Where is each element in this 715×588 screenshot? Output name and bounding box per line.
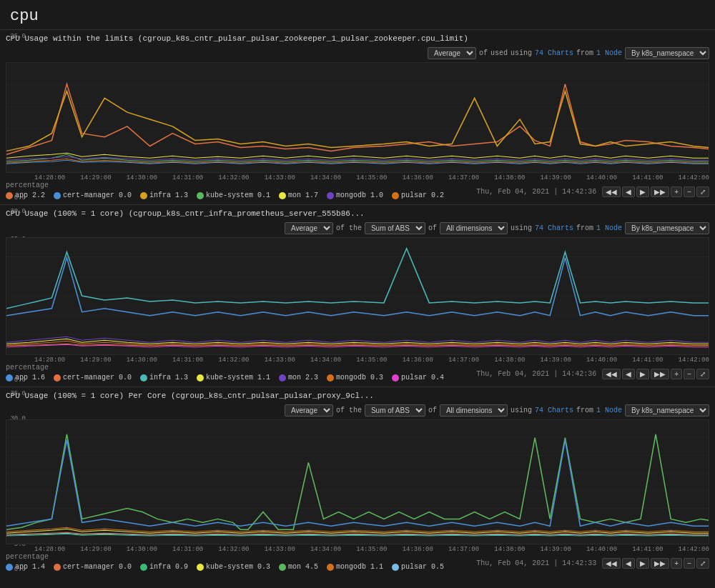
- chart-title-1: CPU Usage within the limits (cgroup_k8s_…: [6, 34, 468, 43]
- chart-controls-1: Average of used using 74 Charts from 1 N…: [428, 47, 709, 59]
- chart-panel-3: CPU Usage (100% = 1 core) Per Core (cgro…: [0, 387, 715, 576]
- nav-prev-prev-2[interactable]: ◀◀: [602, 369, 621, 379]
- nav-zoom-out-2[interactable]: −: [684, 369, 695, 379]
- legend-2: app 1.6 cert-manager 0.0 infra 1.3 kube-…: [6, 372, 444, 384]
- aggregation-select-3[interactable]: Average: [285, 404, 333, 417]
- legend-item-mongodb-2: mongodb 0.3: [327, 374, 383, 382]
- y-unit-3: percentage: [6, 553, 444, 561]
- legend-item-mon-2: mon 2.3: [279, 374, 318, 382]
- legend-item-kube-3: kube-system 0.3: [197, 563, 270, 571]
- legend-label-mon-3: mon 4.5: [288, 563, 318, 571]
- nav-next-1[interactable]: ▶: [636, 186, 649, 197]
- legend-item-mongodb-3: mongodb 1.1: [327, 563, 383, 571]
- legend-label-kube-2: kube-system 1.1: [206, 374, 270, 382]
- legend-item-mon-3: mon 4.5: [279, 563, 318, 571]
- dim-select-3[interactable]: All dimensions: [440, 404, 508, 417]
- legend-item-pulsar-3: pulsar 0.5: [392, 563, 444, 571]
- by-select-2[interactable]: By k8s_namespace: [625, 222, 709, 234]
- timestamp-3: Thu, Feb 04, 2021 | 14:42:33: [476, 559, 596, 567]
- chart-area-2: [6, 237, 709, 355]
- aggregation-select-2[interactable]: Average: [285, 222, 333, 234]
- sum-select-3[interactable]: Sum of ABS: [365, 404, 425, 417]
- legend-dot-infra-1: [140, 192, 147, 199]
- legend-label-infra-2: infra 1.3: [149, 374, 188, 382]
- by-select-3[interactable]: By k8s_namespace: [625, 404, 709, 417]
- legend-label-pulsar-3: pulsar 0.5: [401, 563, 444, 571]
- using-label-1: using: [511, 49, 532, 57]
- nav-next-next-3[interactable]: ▶▶: [651, 558, 669, 569]
- by-select-1[interactable]: By k8s_namespace: [625, 47, 709, 59]
- nav-controls-1: ◀◀ ◀ ▶ ▶▶ + − ⤢: [602, 186, 709, 197]
- nav-expand-3[interactable]: ⤢: [696, 558, 709, 569]
- x-labels-2: 14:28:0014:29:0014:30:0014:31:00 14:32:0…: [6, 355, 709, 364]
- nav-controls-2: ◀◀ ◀ ▶ ▶▶ + − ⤢: [602, 369, 709, 379]
- x-labels-1: 14:28:0014:29:0014:30:0014:31:00 14:32:0…: [6, 173, 709, 181]
- legend-dot-pulsar-3: [392, 564, 399, 571]
- legend-dot-kube-2: [197, 374, 204, 382]
- chart-controls-2: Average of the Sum of ABS of All dimensi…: [285, 222, 709, 234]
- legend-dot-mongodb-1: [327, 192, 334, 199]
- legend-label-mon-1: mon 1.7: [288, 191, 318, 199]
- charts-count-2: 74 Charts: [535, 224, 573, 232]
- nav-next-next-1[interactable]: ▶▶: [651, 186, 669, 197]
- legend-label-infra-3: infra 0.9: [149, 563, 188, 571]
- legend-item-pulsar-1: pulsar 0.2: [392, 191, 444, 199]
- nav-expand-2[interactable]: ⤢: [696, 369, 709, 379]
- nav-expand-1[interactable]: ⤢: [696, 186, 709, 197]
- legend-label-certmanager-1: cert-manager 0.0: [63, 191, 132, 199]
- chart-area-1: [6, 62, 709, 173]
- legend-dot-kube-3: [197, 564, 204, 571]
- chart-title-3: CPU Usage (100% = 1 core) Per Core (cgro…: [6, 392, 374, 400]
- legend-dot-certmanager-1: [54, 192, 61, 199]
- legend-dot-mongodb-3: [327, 564, 334, 571]
- legend-item-infra-3: infra 0.9: [140, 563, 188, 571]
- y-unit-2: percentage: [6, 364, 444, 372]
- legend-label-pulsar-1: pulsar 0.2: [401, 191, 444, 199]
- legend-item-kube-1: kube-system 0.1: [197, 191, 270, 199]
- nav-next-2[interactable]: ▶: [636, 369, 649, 379]
- nav-zoom-out-3[interactable]: −: [684, 558, 695, 569]
- aggregation-select-1[interactable]: Average: [428, 47, 476, 59]
- legend-label-mon-2: mon 2.3: [288, 374, 318, 382]
- nav-prev-2[interactable]: ◀: [622, 369, 635, 379]
- y-unit-1: percentage: [6, 181, 444, 189]
- legend-dot-certmanager-2: [54, 374, 61, 382]
- nodes-1: 1 Node: [596, 49, 622, 57]
- chart-footer-2: percentage app 1.6 cert-manager 0.0 infr…: [6, 364, 709, 384]
- nav-prev-3[interactable]: ◀: [622, 558, 635, 569]
- legend-dot-pulsar-2: [392, 374, 399, 382]
- legend-item-kube-2: kube-system 1.1: [197, 374, 270, 382]
- legend-item-infra-2: infra 1.3: [140, 374, 188, 382]
- legend-dot-mon-2: [279, 374, 286, 382]
- of-label-1: of: [479, 49, 488, 57]
- legend-item-mongodb-1: mongodb 1.0: [327, 191, 383, 199]
- nav-zoom-in-1[interactable]: +: [671, 186, 682, 197]
- legend-dot-mon-1: [279, 192, 286, 199]
- nodes-3: 1 Node: [596, 407, 622, 414]
- legend-item-certmanager-3: cert-manager 0.0: [54, 563, 132, 571]
- legend-label-kube-1: kube-system 0.1: [206, 191, 270, 199]
- chart-header-2: CPU Usage (100% = 1 core) (cgroup_k8s_cn…: [6, 209, 709, 234]
- legend-label-certmanager-3: cert-manager 0.0: [63, 563, 132, 571]
- nav-prev-prev-1[interactable]: ◀◀: [602, 186, 621, 197]
- legend-dot-mongodb-2: [327, 374, 334, 382]
- legend-dot-pulsar-1: [392, 192, 399, 199]
- legend-label-pulsar-2: pulsar 0.4: [401, 374, 444, 382]
- chart-title-2: CPU Usage (100% = 1 core) (cgroup_k8s_cn…: [6, 209, 365, 218]
- chart-controls-3: Average of the Sum of ABS of All dimensi…: [285, 404, 709, 417]
- nav-next-next-2[interactable]: ▶▶: [651, 369, 669, 379]
- nav-zoom-in-3[interactable]: +: [671, 558, 682, 569]
- nav-zoom-in-2[interactable]: +: [671, 369, 682, 379]
- legend-item-certmanager-1: cert-manager 0.0: [54, 191, 132, 199]
- sum-select-2[interactable]: Sum of ABS: [365, 222, 425, 234]
- nav-prev-1[interactable]: ◀: [622, 186, 635, 197]
- chart-header-1: CPU Usage within the limits (cgroup_k8s_…: [6, 34, 709, 59]
- nav-next-3[interactable]: ▶: [636, 558, 649, 569]
- dim-select-2[interactable]: All dimensions: [440, 222, 508, 234]
- nav-zoom-out-1[interactable]: −: [684, 186, 695, 197]
- legend-dot-mon-3: [279, 564, 286, 571]
- legend-label-infra-1: infra 1.3: [149, 191, 188, 199]
- charts-count-3: 74 Charts: [535, 407, 573, 414]
- nav-prev-prev-3[interactable]: ◀◀: [602, 558, 621, 569]
- legend-label-mongodb-3: mongodb 1.1: [336, 563, 383, 571]
